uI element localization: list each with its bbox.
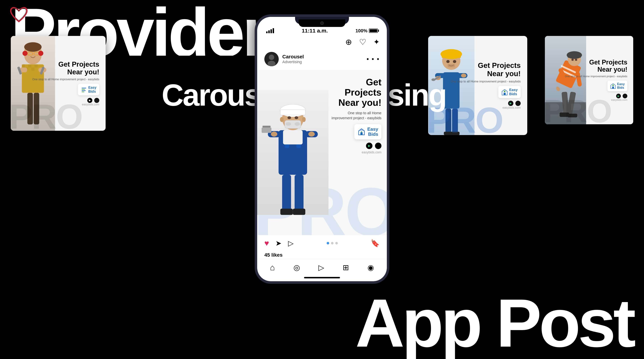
svg-rect-24 xyxy=(82,90,86,91)
post-image-area: PRO xyxy=(257,70,387,235)
bookmark-button[interactable]: 🔖 xyxy=(371,239,380,248)
apple-store-icon-1 xyxy=(94,98,99,103)
post-header: Carousel Advertising • • • xyxy=(257,48,387,70)
easybids-icon-4 xyxy=(610,83,616,89)
ad-card-3-content: Get Projects Near you! One stop to all H… xyxy=(450,62,522,109)
phone-mockup: 11:11 a.m. 100% ⊕ ♡ ✦ xyxy=(255,14,389,284)
svg-rect-25 xyxy=(82,92,84,92)
svg-rect-45 xyxy=(262,126,271,128)
easybids-logo-phone: Easy Bids xyxy=(354,124,382,139)
svg-rect-46 xyxy=(262,128,272,133)
svg-point-7 xyxy=(22,51,28,56)
app-post-label: App Post xyxy=(355,289,633,357)
svg-rect-58 xyxy=(361,131,362,132)
nav-profile[interactable]: ◉ xyxy=(368,263,374,272)
easybids-icon-1 xyxy=(81,86,87,93)
post-actions: ♥ ➤ ▷ 🔖 xyxy=(257,235,387,251)
apple-store-phone xyxy=(375,142,382,149)
svg-rect-57 xyxy=(360,132,362,135)
store-icons-1: ▶ xyxy=(87,98,99,103)
svg-point-27 xyxy=(269,54,274,60)
ad-subtext-4: One stop to all Home improvement project… xyxy=(565,75,627,78)
signal-bar-2 xyxy=(268,30,270,33)
store-icons-3: ▶ xyxy=(508,100,520,106)
svg-point-8 xyxy=(38,51,43,56)
apple-store-icon-4 xyxy=(623,94,627,98)
left-side-cards: PRO Get Projects Near you! One stop to a… xyxy=(11,36,118,144)
play-store-icon-4: ▶ xyxy=(616,94,621,98)
svg-rect-100 xyxy=(612,86,614,88)
user-subtitle: Advertising xyxy=(282,60,304,64)
phone-ad-headline: Get Projects Near you! xyxy=(329,77,382,108)
play-store-icon-1: ▶ xyxy=(87,98,92,103)
website-3: easybids.com xyxy=(502,106,520,109)
svg-point-48 xyxy=(271,132,277,137)
worker-2-figure xyxy=(257,70,328,235)
ig-top-actions: ⊕ ♡ ✦ xyxy=(257,36,387,48)
nav-home[interactable]: ⌂ xyxy=(270,262,275,272)
svg-rect-43 xyxy=(283,130,302,144)
add-post-icon[interactable]: ⊕ xyxy=(345,37,352,46)
nav-reels[interactable]: ▷ xyxy=(318,263,324,272)
ad-subtext-3: One stop to all Home improvement project… xyxy=(450,80,520,84)
easybids-text-3: Easy Bids xyxy=(509,88,518,96)
svg-rect-11 xyxy=(28,64,32,68)
store-icons-4: ▶ xyxy=(616,94,627,98)
nav-search[interactable]: ◎ xyxy=(294,263,300,272)
ad-card-4-inner: PRO Get Projects Near you! One stop to a… xyxy=(545,36,633,124)
easybids-brand-text: Easy Bids xyxy=(367,126,378,137)
share-button[interactable]: ▷ xyxy=(288,239,294,247)
website-phone: easybids.com xyxy=(329,150,382,154)
ad-headline-3: Get Projects Near you! xyxy=(478,62,520,78)
svg-rect-88 xyxy=(568,54,581,58)
svg-rect-79 xyxy=(504,93,506,95)
post-user-info: Carousel Advertising xyxy=(264,52,304,66)
ad-headline-4: Get Projects Near you! xyxy=(589,59,628,73)
post-more-button[interactable]: • • • xyxy=(366,55,380,63)
comment-button[interactable]: ➤ xyxy=(276,239,282,247)
username: Carousel xyxy=(282,54,304,60)
avatar-icon xyxy=(264,52,279,66)
right-side-cards: PRO Get Projects Near you! One stop to a… xyxy=(420,36,633,144)
camera-dot xyxy=(320,21,324,25)
battery-icon xyxy=(369,28,378,33)
easybids-icon-3 xyxy=(501,89,508,95)
easybids-logo-4: Easy Bids xyxy=(607,81,627,91)
svg-point-35 xyxy=(294,122,300,126)
phone-notch xyxy=(299,20,345,27)
svg-rect-53 xyxy=(293,209,305,215)
battery-fill xyxy=(370,29,377,32)
post-avatar[interactable] xyxy=(264,52,279,66)
user-text: Carousel Advertising xyxy=(282,54,304,64)
svg-rect-52 xyxy=(280,209,293,215)
home-indicator xyxy=(304,277,340,278)
messenger-icon[interactable]: ✦ xyxy=(373,38,380,46)
app-post-text: App Post xyxy=(355,289,633,357)
signal-bar-1 xyxy=(266,32,268,33)
svg-rect-32 xyxy=(280,110,305,115)
svg-rect-50 xyxy=(282,175,291,214)
ad-card-1: PRO Get Projects Near you! One stop to a… xyxy=(11,36,106,131)
dot-2 xyxy=(331,242,334,244)
store-icons-phone: ▶ xyxy=(329,142,382,149)
likes-count: 45 likes xyxy=(257,251,387,259)
easybids-logo-1: Easy Bids xyxy=(78,84,99,95)
svg-rect-22 xyxy=(82,88,86,88)
easybids-text-4: Easy Bids xyxy=(617,82,624,90)
nav-shop[interactable]: ⊞ xyxy=(343,263,349,272)
ad-headline-1: Get Projects Near you! xyxy=(58,60,99,76)
svg-point-49 xyxy=(308,132,315,137)
carousel-dots xyxy=(327,242,338,244)
apple-store-icon-3 xyxy=(516,100,520,106)
ad-card-1-content: Get Projects Near you! One stop to all H… xyxy=(32,60,101,106)
like-button[interactable]: ♥ xyxy=(264,239,269,248)
svg-point-80 xyxy=(504,90,505,92)
svg-point-28 xyxy=(268,61,276,66)
easybids-logo-3: Easy Bids xyxy=(498,86,521,98)
ad-subtext-1: One stop to all Home improvement project… xyxy=(32,78,99,81)
svg-rect-23 xyxy=(82,89,85,90)
svg-rect-63 xyxy=(442,53,461,58)
ad-card-1-inner: PRO Get Projects Near you! One stop to a… xyxy=(11,36,106,131)
heart-notifications-icon[interactable]: ♡ xyxy=(359,37,366,46)
svg-rect-51 xyxy=(294,175,304,214)
